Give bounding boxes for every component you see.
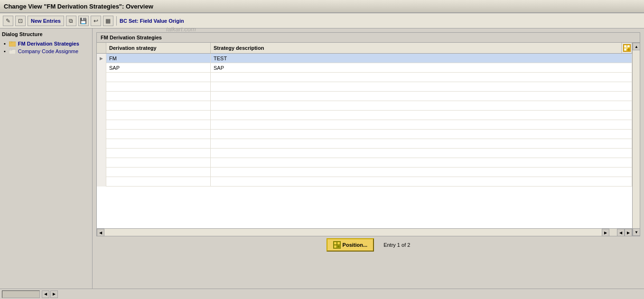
table-row[interactable]: ▶ FM TEST xyxy=(97,54,632,63)
th-icon-col[interactable] xyxy=(622,43,632,53)
svg-rect-3 xyxy=(9,49,12,50)
svg-rect-11 xyxy=(337,242,340,244)
svg-rect-13 xyxy=(337,245,340,248)
td-derivation-6 xyxy=(106,101,211,111)
row-selector-1[interactable]: ▶ xyxy=(97,54,106,63)
v-scroll-track[interactable] xyxy=(633,50,640,228)
position-button[interactable]: Position... xyxy=(327,238,374,252)
td-description-2[interactable]: SAP xyxy=(211,63,632,73)
td-description-12 xyxy=(211,158,632,168)
position-label: Position... xyxy=(343,242,368,248)
sidebar-item-company-code[interactable]: • Company Code Assignme xyxy=(2,47,90,55)
td-description-9 xyxy=(211,130,632,139)
td-derivation-9 xyxy=(106,130,211,139)
title-bar: Change View "FM Derivation Strategies": … xyxy=(0,0,644,13)
svg-rect-12 xyxy=(334,245,336,248)
details-button[interactable]: ▦ xyxy=(103,16,113,26)
table-row[interactable] xyxy=(97,177,632,187)
status-left-panel xyxy=(2,290,40,298)
th-selector xyxy=(97,43,106,53)
work-area: FM Derivation Strategies Derivation stra… xyxy=(93,28,644,299)
undo-button[interactable]: ↩ xyxy=(91,16,101,26)
table-settings-icon[interactable] xyxy=(623,44,631,52)
horizontal-scrollbar[interactable]: ◀ ▶ ◀ ▶ xyxy=(97,228,632,236)
row-selector-6[interactable] xyxy=(97,101,106,111)
td-description-3 xyxy=(211,73,632,82)
row-selector-10[interactable] xyxy=(97,139,106,149)
edit-button[interactable]: ✎ xyxy=(3,16,13,26)
td-derivation-11 xyxy=(106,149,211,158)
h-scroll-track[interactable] xyxy=(104,229,602,236)
row-selector-2[interactable] xyxy=(97,63,106,73)
position-area: Position... Entry 1 of 2 xyxy=(96,236,640,253)
status-nav-right[interactable]: ▶ xyxy=(50,290,58,298)
table-header: Derivation strategy Strategy description xyxy=(97,43,632,54)
row-selector-11[interactable] xyxy=(97,149,106,158)
sidebar: Dialog Structure • FM Derivation Strateg… xyxy=(0,28,93,299)
td-description-6 xyxy=(211,101,632,111)
row-selector-14[interactable] xyxy=(97,177,106,187)
th-strategy-description[interactable]: Strategy description xyxy=(211,43,622,53)
row-selector-8[interactable] xyxy=(97,120,106,130)
save-button[interactable]: 💾 xyxy=(78,16,89,26)
table-row[interactable] xyxy=(97,111,632,120)
table-row[interactable] xyxy=(97,130,632,139)
table-row[interactable] xyxy=(97,120,632,130)
svg-rect-1 xyxy=(9,42,12,43)
table-row[interactable] xyxy=(97,92,632,101)
toolbar-separator xyxy=(116,16,117,26)
status-nav-left[interactable]: ◀ xyxy=(42,290,49,298)
row-selector-13[interactable] xyxy=(97,168,106,177)
table-row[interactable] xyxy=(97,73,632,82)
td-description-1[interactable]: TEST xyxy=(211,54,632,63)
table-row[interactable] xyxy=(97,139,632,149)
svg-rect-5 xyxy=(624,45,626,47)
print-button[interactable]: ⊡ xyxy=(15,16,26,26)
row-selector-3[interactable] xyxy=(97,73,106,82)
bullet-icon-2: • xyxy=(4,48,6,54)
td-derivation-8 xyxy=(106,120,211,130)
sidebar-label-fm: FM Derivation Strategies xyxy=(18,41,79,47)
row-selector-9[interactable] xyxy=(97,130,106,139)
table-panel-title: FM Derivation Strategies xyxy=(97,33,640,43)
td-description-8 xyxy=(211,120,632,130)
svg-rect-7 xyxy=(624,48,626,51)
td-derivation-1[interactable]: FM xyxy=(106,54,211,63)
td-derivation-14 xyxy=(106,177,211,187)
folder-icon-2 xyxy=(9,48,16,54)
row-selector-7[interactable] xyxy=(97,111,106,120)
table-panel: FM Derivation Strategies Derivation stra… xyxy=(96,32,640,236)
td-description-4 xyxy=(211,82,632,92)
td-derivation-13 xyxy=(106,168,211,177)
table-row[interactable] xyxy=(97,101,632,111)
table-row[interactable] xyxy=(97,82,632,92)
td-derivation-3 xyxy=(106,73,211,82)
sidebar-item-fm-derivation[interactable]: • FM Derivation Strategies xyxy=(2,40,90,47)
table-row[interactable]: SAP SAP xyxy=(97,63,632,73)
table-row[interactable] xyxy=(97,149,632,158)
scroll-far-left-button[interactable]: ◀ xyxy=(617,229,625,236)
copy-button[interactable]: ⧉ xyxy=(66,16,76,26)
row-selector-12[interactable] xyxy=(97,158,106,168)
status-bar: ◀ ▶ xyxy=(0,289,644,299)
td-description-7 xyxy=(211,111,632,120)
scroll-right-button[interactable]: ▶ xyxy=(602,229,609,236)
td-derivation-2[interactable]: SAP xyxy=(106,63,211,73)
status-nav: ◀ ▶ xyxy=(42,290,58,298)
td-description-14 xyxy=(211,177,632,187)
scroll-up-button[interactable]: ▲ xyxy=(633,43,640,50)
td-derivation-10 xyxy=(106,139,211,149)
td-description-5 xyxy=(211,92,632,101)
row-selector-5[interactable] xyxy=(97,92,106,101)
scroll-down-button[interactable]: ▼ xyxy=(633,228,640,236)
row-selector-4[interactable] xyxy=(97,82,106,92)
scroll-far-right-button[interactable]: ▶ xyxy=(625,229,632,236)
svg-rect-6 xyxy=(627,45,630,47)
scroll-left-button[interactable]: ◀ xyxy=(97,229,104,236)
new-entries-button[interactable]: New Entries xyxy=(28,16,64,26)
th-derivation-strategy[interactable]: Derivation strategy xyxy=(106,43,211,53)
table-row[interactable] xyxy=(97,158,632,168)
td-description-10 xyxy=(211,139,632,149)
vertical-scrollbar[interactable]: ▲ ▼ xyxy=(632,43,640,236)
table-row[interactable] xyxy=(97,168,632,177)
